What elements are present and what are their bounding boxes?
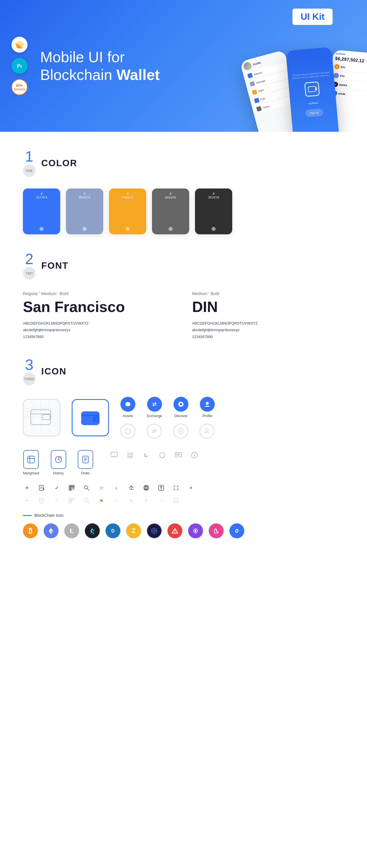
history-icon-item: History xyxy=(51,450,66,475)
nav-icons-outline-row xyxy=(120,424,215,439)
svg-rect-60 xyxy=(74,488,74,489)
check-icon: ✓ xyxy=(53,484,61,492)
ui-kit-badge: UI Kit xyxy=(292,9,333,25)
crypto-icons-row: ₿ Ł D Z xyxy=(23,523,344,538)
mangment-icon xyxy=(23,450,39,469)
profile-icon-circle xyxy=(200,397,215,412)
dash-icon: D xyxy=(106,523,120,538)
svg-rect-31 xyxy=(28,458,34,459)
icon-section-header: 3 THREE ICON xyxy=(23,357,344,385)
nav-icons-wrapper: Assets Exchange xyxy=(120,397,215,439)
swatch-dot xyxy=(125,227,130,231)
swatch-dot xyxy=(169,227,173,231)
svg-rect-44 xyxy=(176,455,179,456)
svg-rect-70 xyxy=(69,501,72,503)
svg-rect-57 xyxy=(73,488,74,489)
matic-icon xyxy=(188,523,203,538)
font-number-circle: TWO xyxy=(23,267,35,280)
info-icon-outline: i xyxy=(172,496,180,504)
waves-icon xyxy=(85,523,100,538)
swatch-gray-blue: #8DA0C8 xyxy=(66,188,103,234)
grid-icon xyxy=(147,523,162,538)
qr-icon-outline xyxy=(68,496,76,504)
discover-icon-circle xyxy=(173,397,188,412)
misc-icons: i xyxy=(110,450,198,460)
svg-rect-39 xyxy=(111,452,117,457)
star-icon: ☆ xyxy=(97,484,106,492)
exchange-icon-outline xyxy=(147,424,162,439)
order-icon xyxy=(78,450,93,469)
hero-badges: Ps 60+ Screens xyxy=(11,37,28,95)
moon-icon xyxy=(142,452,150,460)
icon-number-circle: THREE xyxy=(23,373,35,385)
svg-point-25 xyxy=(206,402,209,405)
icon-section-title: ICON xyxy=(41,366,66,377)
assets-icon-circle xyxy=(120,397,135,412)
svg-rect-32 xyxy=(30,456,30,463)
svg-rect-47 xyxy=(39,485,43,490)
nav-icon-discover: Discover xyxy=(173,397,188,418)
btc-icon: ₿ xyxy=(23,523,38,538)
share-icon xyxy=(127,484,135,492)
nav-icon-discover-outline xyxy=(173,424,188,439)
search-icon xyxy=(83,484,91,492)
profile-icon-outline xyxy=(200,424,215,439)
svg-point-41 xyxy=(160,453,165,458)
icon-blueprint xyxy=(23,399,60,436)
chevron-left-icon: ‹ xyxy=(112,484,120,492)
svg-rect-42 xyxy=(175,452,181,457)
svg-point-34 xyxy=(59,456,62,459)
color-number-circle: ONE xyxy=(23,164,35,177)
link-icon xyxy=(229,523,244,538)
order-icon-item: Order xyxy=(78,450,93,475)
swatch-blue: #3574FA xyxy=(23,188,60,234)
resize-icon xyxy=(172,484,180,492)
svg-rect-69 xyxy=(72,498,74,500)
star-icon-filled: ★ xyxy=(97,496,106,504)
svg-rect-51 xyxy=(70,486,71,487)
check-icon-outline: ✓ xyxy=(53,496,61,504)
main-content: 1 ONE COLOR #3574FA #8DA0C8 #F5A623 #666… xyxy=(0,149,367,538)
font-examples: Regular ' Medium ' Bold San Francisco AB… xyxy=(23,291,344,340)
nav-icon-profile-outline xyxy=(200,424,215,439)
swatch-dot xyxy=(39,227,44,231)
swatch-dot xyxy=(83,227,87,231)
blockchain-label: BlockChain Icon xyxy=(23,513,344,518)
close-icon: × xyxy=(187,484,195,492)
screens-badge: 60+ Screens xyxy=(11,79,28,95)
nav-icon-exchange-outline xyxy=(147,424,162,439)
share-icon-outline xyxy=(127,496,135,504)
font-section-title: FONT xyxy=(41,260,68,271)
svg-rect-43 xyxy=(176,454,180,454)
swatch-dot xyxy=(211,227,216,231)
swatch-gray: #666666 xyxy=(152,188,189,234)
svg-rect-30 xyxy=(28,456,34,463)
icon-main-row: Assets Exchange xyxy=(23,397,344,439)
color-section-number: 1 ONE xyxy=(23,149,35,177)
utility-icons-row2: + ✓ ★ ‹ × → i xyxy=(23,496,344,504)
circle-icon xyxy=(159,452,166,460)
app-icons-row: Mangment History xyxy=(23,450,344,475)
phone-2: Character may be manifested in the great… xyxy=(286,47,339,132)
svg-rect-59 xyxy=(74,489,74,490)
nav-icon-assets-outline xyxy=(120,424,135,439)
icon-section-number: 3 THREE xyxy=(23,357,35,385)
zec-icon: Z xyxy=(126,523,141,538)
svg-text:i: i xyxy=(175,499,176,502)
comment-icon xyxy=(110,451,118,460)
svg-line-62 xyxy=(87,489,89,490)
band-icon xyxy=(209,523,224,538)
svg-rect-58 xyxy=(73,489,73,490)
font-section-number: 2 TWO xyxy=(23,251,35,280)
assets-icon-outline xyxy=(120,424,135,439)
svg-point-63 xyxy=(145,487,147,489)
gear-icon xyxy=(142,484,150,492)
search-icon-outline xyxy=(83,496,91,504)
close-icon-outline: × xyxy=(142,496,150,504)
history-icon xyxy=(51,450,66,469)
nav-icon-profile: Profile xyxy=(200,397,215,418)
eth-icon xyxy=(44,523,58,538)
phone-mockups: Profile Mainnet Message Night xyxy=(252,49,367,132)
svg-rect-65 xyxy=(39,498,43,503)
svg-point-28 xyxy=(180,430,181,432)
